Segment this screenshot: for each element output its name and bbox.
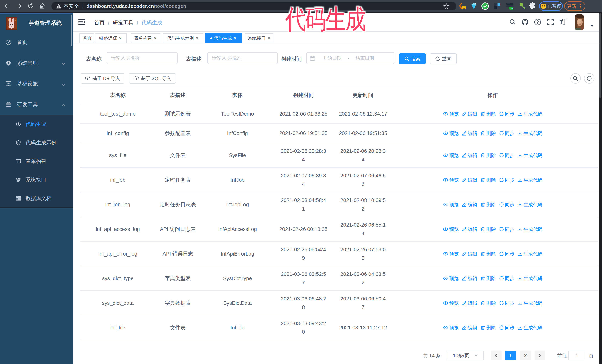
svg-text:on: on [510,7,513,10]
svg-text:1: 1 [463,6,465,9]
